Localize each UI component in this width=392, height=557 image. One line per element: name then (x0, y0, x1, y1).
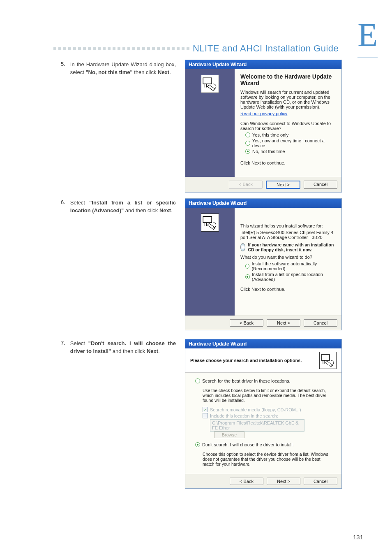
step-text-bold2: Next (159, 207, 171, 214)
next-button[interactable]: Next > (266, 181, 300, 189)
check-label: Search removable media (floppy, CD-ROM..… (210, 407, 301, 412)
wizard-heading: Please choose your search and installati… (190, 358, 302, 363)
wizard-button-row: < Back Next > Cancel (185, 474, 341, 488)
title-dots-decoration (53, 47, 189, 50)
wizard-side-panel (185, 69, 235, 177)
cancel-button[interactable]: Cancel (304, 478, 337, 485)
wizard-body: Welcome to the Hardware Update Wizard Wi… (185, 69, 341, 177)
radio-yes-every-time[interactable]: Yes, now and every time I connect a devi… (245, 138, 336, 148)
radio-label: Install from a list or specific location… (252, 272, 336, 282)
radio-icon (245, 264, 249, 269)
step-7-text: 7. Select "Don't search. I will choose t… (61, 340, 176, 355)
next-button[interactable]: Next > (267, 319, 300, 327)
cd-hint-row: If your hardware came with an installati… (240, 242, 336, 252)
step-body: Select "Don't search. I will choose the … (70, 340, 176, 355)
radio-yes-this-time[interactable]: Yes, this time only (245, 132, 336, 137)
radio-label: Yes, now and every time I connect a devi… (252, 138, 336, 148)
back-button[interactable]: < Back (230, 478, 263, 485)
guide-title-row: NLITE and AHCI Installation Guide (53, 43, 347, 54)
header: E NLITE and AHCI Installation Guide (0, 8, 392, 53)
step-text-bold: "No, not this time" (85, 69, 132, 75)
radio-icon (245, 132, 250, 137)
wizard-paragraph: Windows will search for current and upda… (240, 90, 336, 109)
next-button[interactable]: Next > (267, 478, 300, 485)
wizard-continue-text: Click Next to continue. (240, 287, 336, 292)
step-number: 7. (61, 340, 65, 346)
search-description: Use the check boxes below to limit or ex… (203, 388, 332, 403)
dont-search-description: Choose this option to select the device … (203, 452, 332, 466)
hardware-wizard-icon (201, 75, 219, 93)
radio-icon (245, 274, 250, 279)
step-text-pre: Select (70, 200, 89, 206)
step-number: 6. (61, 199, 65, 205)
wizard-title-bar: Hardware Update Wizard (185, 199, 341, 208)
radio-label: Install the software automatically (Reco… (251, 261, 336, 271)
radio-icon (195, 442, 200, 447)
step-text-bold2: Next (147, 348, 158, 354)
step-text-mid: and then click (111, 348, 147, 354)
step-text-post: . (169, 69, 171, 75)
wizard-2-dialog: Hardware Update Wizard This wizard helps… (185, 198, 342, 330)
browse-button: Browse (214, 432, 244, 438)
wizard-button-row: < Back Next > Cancel (185, 316, 341, 330)
wizard-title-bar: Hardware Update Wizard (185, 339, 341, 348)
cancel-button[interactable]: Cancel (304, 181, 337, 189)
header-divider (357, 57, 378, 58)
radio-install-auto[interactable]: Install the software automatically (Reco… (245, 261, 336, 271)
privacy-link[interactable]: Read our privacy policy (240, 111, 287, 116)
radio-label: Don't search. I will choose the driver t… (202, 442, 294, 447)
svg-rect-0 (203, 78, 212, 84)
cd-icon (240, 243, 245, 251)
step-text-mid: and then click (124, 207, 159, 214)
step-text-post: . (158, 348, 160, 354)
wizard-button-row: < Back Next > Cancel (185, 177, 341, 192)
wizard-side-panel (185, 208, 235, 316)
hardware-wizard-icon (201, 214, 219, 232)
device-name: Intel(R) 5 Series/3400 Series Chipset Fa… (240, 230, 336, 240)
path-row: C:\Program Files\Realtek\REALTEK GbE & F… (210, 419, 332, 438)
step-number: 5. (61, 61, 65, 67)
cd-hint-text: If your hardware came with an installati… (248, 242, 336, 252)
step-6-text: 6. Select "Install from a list or specif… (61, 199, 176, 215)
wizard-1-dialog: Hardware Update Wizard Welcome to the Ha… (185, 60, 342, 193)
radio-label: Yes, this time only (252, 132, 288, 137)
check-removable-media: Search removable media (floppy, CD-ROM..… (203, 407, 332, 412)
hardware-wizard-icon (319, 352, 337, 369)
step-5-text: 5. In the Hardware Update Wizard dialog … (61, 61, 176, 77)
wizard-header: Please choose your search and installati… (185, 348, 341, 373)
radio-install-from-list[interactable]: Install from a list or specific location… (245, 272, 336, 282)
page-number: 131 (353, 534, 363, 541)
wizard-content: This wizard helps you install software f… (235, 208, 341, 316)
wizard-content: Welcome to the Hardware Update Wizard Wi… (235, 69, 341, 177)
back-button: < Back (229, 181, 263, 189)
checkbox-icon (203, 413, 208, 418)
svg-rect-3 (203, 216, 212, 223)
step-text-post: . (171, 207, 173, 214)
step-text-mid: then click (133, 69, 158, 75)
radio-no-not-this-time[interactable]: No, not this time (245, 149, 336, 154)
wizard-title-bar: Hardware Update Wizard (185, 60, 341, 69)
back-button[interactable]: < Back (230, 319, 263, 327)
page-root: E NLITE and AHCI Installation Guide 5. I… (0, 0, 392, 557)
radio-icon (195, 378, 200, 383)
radio-dont-search[interactable]: Don't search. I will choose the driver t… (195, 442, 332, 447)
cancel-button[interactable]: Cancel (304, 319, 337, 327)
appendix-letter: E (357, 19, 378, 51)
guide-title: NLITE and AHCI Installation Guide (193, 43, 339, 54)
wizard-question: Can Windows connect to Windows Update to… (240, 121, 336, 131)
radio-icon (245, 141, 250, 146)
location-path-input: C:\Program Files\Realtek\REALTEK GbE & F… (210, 419, 304, 432)
checkbox-icon (203, 407, 208, 412)
radio-label: Search for the best driver in these loca… (202, 378, 291, 383)
radio-search-best-driver[interactable]: Search for the best driver in these loca… (195, 378, 332, 383)
radio-icon (245, 149, 250, 154)
radio-label: No, not this time (252, 149, 285, 154)
wizard-paragraph: This wizard helps you install software f… (240, 223, 336, 228)
wizard-body: This wizard helps you install software f… (185, 208, 341, 316)
check-label: Include this location in the search: (210, 413, 278, 418)
step-body: Select "Install from a list or specific … (70, 199, 176, 215)
step-text-bold2: Next (158, 69, 169, 75)
wizard-body: Search for the best driver in these loca… (185, 373, 341, 474)
wizard-3-dialog: Hardware Update Wizard Please choose you… (185, 339, 342, 489)
check-include-location: Include this location in the search: (203, 413, 332, 418)
